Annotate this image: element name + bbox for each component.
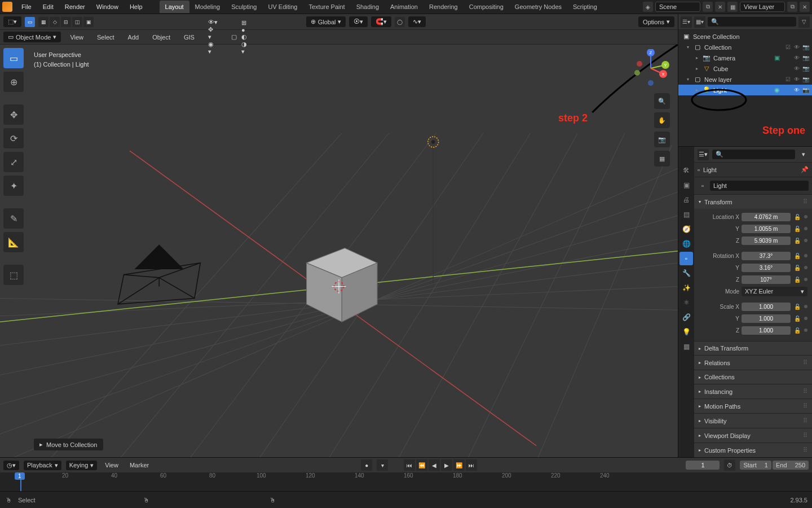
pin-icon[interactable]: 📌 [801,166,809,173]
keying-dropdown[interactable]: Keying▾ [66,461,98,470]
viewport-menu-select[interactable]: Select [92,32,119,42]
keyframe-dot[interactable] [804,227,807,230]
prev-keyframe-icon[interactable]: ⏪ [416,459,427,471]
lock-icon[interactable]: 🔓 [793,253,802,259]
viewport-menu-object[interactable]: Object [148,32,175,42]
timeline-type-dropdown[interactable]: ◷▾ [3,461,19,470]
props-tab-tool[interactable]: 🛠 [679,164,693,177]
tool-scale[interactable]: ⤢ [3,152,24,172]
menu-window[interactable]: Window [91,1,124,12]
viewlayer-new-icon[interactable]: ⧉ [787,2,797,12]
tab-modeling[interactable]: Modeling [189,1,226,13]
menu-file[interactable]: File [16,1,37,12]
shading-solid-icon[interactable]: ● [241,27,247,33]
tab-geometrynodes[interactable]: Geometry Nodes [509,1,567,13]
panel-head-transform[interactable]: ▾ Transform ⠿ [694,195,812,209]
last-operator-panel[interactable]: ▸ Move to Collection [34,439,103,450]
tab-sculpting[interactable]: Sculpting [226,1,262,13]
scene-delete-icon[interactable]: ✕ [715,2,725,12]
panel-menu-icon[interactable]: ⠿ [803,446,807,454]
visibility-dropdown-icon[interactable]: 👁▾ [208,19,218,26]
shading-wireframe-icon[interactable]: ⊞ [241,19,247,27]
viewport-menu-view[interactable]: View [65,32,88,42]
tab-scripting[interactable]: Scripting [567,1,603,13]
tree-row-light[interactable]: ▸ 💡 Light ◉ 👁📷 [678,85,812,95]
3d-viewport[interactable]: User Perspective (1) Collection | Light … [0,45,678,457]
location-y-field[interactable]: 1.0055 m [742,225,791,233]
tree-row-cube[interactable]: ▸ ▽ Cube 👁📷 [678,63,812,74]
preview-range-icon[interactable]: ⏱ [724,459,735,471]
props-tab-scene[interactable]: 🧭 [679,222,693,236]
orientation-dropdown[interactable]: ⊕Global▾ [306,16,346,27]
tool-rotate[interactable]: ⟳ [3,128,24,148]
playback-dropdown[interactable]: Playback▾ [24,461,61,470]
disclosure-icon[interactable]: ▾ [685,77,691,82]
location-x-field[interactable]: 4.0762 m [742,213,791,221]
panel-head-custom-properties[interactable]: ▸Custom Properties⠿ [694,443,812,457]
panel-head-viewport-display[interactable]: ▸Viewport Display⠿ [694,428,812,443]
outliner-search[interactable]: 🔍 [708,17,796,27]
tab-shading[interactable]: Shading [351,1,385,13]
tool-transform[interactable]: ✦ [3,176,24,196]
panel-head-motion-paths[interactable]: ▸Motion Paths⠿ [694,399,812,413]
props-options-icon[interactable]: ▾ [798,151,809,158]
props-tab-physics[interactable]: ⚛ [679,296,693,309]
play-icon[interactable]: ▶ [441,459,452,471]
perspective-toggle-icon[interactable]: ▦ [654,151,670,167]
options-dropdown[interactable]: Options ▾ [638,16,674,27]
menu-render[interactable]: Render [59,1,91,12]
tool-select-box[interactable]: ▭ [3,48,24,68]
tree-row-collection[interactable]: ▾ ▢ Collection ☑👁📷 [678,42,812,52]
keyframe-dot[interactable] [804,254,807,257]
disclosure-icon[interactable]: ▸ [694,55,700,60]
autokey-dropdown[interactable]: ▾ [377,459,388,471]
scene-browse-icon[interactable]: ◈ [643,2,653,12]
scale-z-field[interactable]: 1.000 [742,326,791,335]
gizmo-toggle-icon[interactable]: ✥ [208,26,218,33]
props-tab-data[interactable]: 💡 [679,325,693,339]
panel-menu-icon[interactable]: ⠿ [803,417,807,424]
keyframe-dot[interactable] [804,305,807,308]
lock-icon[interactable]: 🔓 [793,277,802,283]
props-tab-particles[interactable]: ✨ [679,281,693,295]
timeline-menu-view[interactable]: View [102,460,122,470]
props-search[interactable]: 🔍 [712,150,795,159]
nav-gizmo[interactable]: Z Y X [632,49,670,87]
tab-uv[interactable]: UV Editing [262,1,303,13]
proportional-edit-icon[interactable]: ◯ [395,17,405,27]
scene-name-field[interactable]: Scene [655,2,700,12]
snap-grid-icon[interactable]: ▦ [38,17,48,27]
gizmo-dropdown-icon[interactable]: ▾ [208,33,218,41]
camera-view-icon[interactable]: 📷 [654,132,670,147]
viewlayer-browse-icon[interactable]: ▦ [727,2,738,12]
lock-icon[interactable]: 🔓 [793,316,802,322]
props-tab-modifiers[interactable]: 🔧 [679,266,693,280]
panel-menu-icon[interactable]: ⠿ [803,388,807,395]
tree-row-new-layer[interactable]: ▾ ▢ New layer ☑👁📷 [678,74,812,85]
proportional-falloff-dropdown[interactable]: ∿▾ [408,16,426,27]
tool-measure[interactable]: 📐 [3,232,24,252]
panel-head-visibility[interactable]: ▸Visibility⠿ [694,414,812,428]
lock-icon[interactable]: 🔓 [793,327,802,334]
rotation-mode-dropdown[interactable]: XYZ Euler▾ [742,287,807,296]
panel-head-delta-transform[interactable]: ▸Delta Transform [694,341,812,355]
rotation-z-field[interactable]: 107° [742,275,791,284]
keyframe-dot[interactable] [804,266,807,269]
viewlayer-name-field[interactable]: View Layer [740,2,785,12]
disclosure-icon[interactable]: ▾ [685,45,691,50]
snap-face-icon[interactable]: ◫ [72,17,82,27]
tool-annotate[interactable]: ✎ [3,208,24,229]
snap-edge-icon[interactable]: ⊟ [61,17,71,27]
snap-vol-icon[interactable]: ▣ [83,17,94,27]
menu-help[interactable]: Help [124,1,148,12]
panel-menu-icon[interactable]: ⠿ [803,198,807,205]
panel-menu-icon[interactable]: ⠿ [803,402,807,410]
tool-cursor[interactable]: ⊕ [3,72,24,92]
tab-texturepaint[interactable]: Texture Paint [303,1,350,13]
scene-new-icon[interactable]: ⧉ [703,2,713,12]
mode-dropdown[interactable]: ▭Object Mode▾ [3,32,61,42]
disclosure-icon[interactable]: ▸ [694,66,700,71]
snap-dropdown[interactable]: 🧲▾ [371,16,391,27]
panel-menu-icon[interactable]: ⠿ [803,359,807,366]
start-frame-field[interactable]: Start 1 [740,461,771,470]
